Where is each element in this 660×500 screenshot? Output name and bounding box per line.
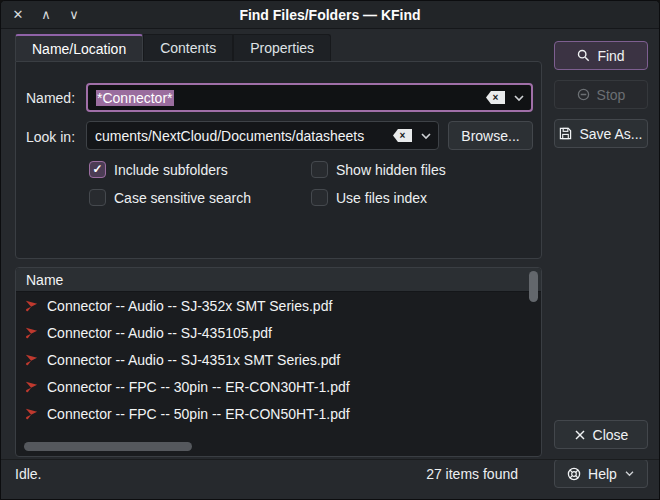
results-list: Name Connector -- Audio -- SJ-352x SMT S… [15, 267, 542, 457]
horizontal-scrollbar[interactable] [24, 442, 524, 451]
pdf-file-icon [24, 406, 39, 421]
window-close-icon[interactable]: ✕ [11, 1, 25, 29]
lookin-dropdown-chevron-icon[interactable] [420, 132, 432, 140]
result-row[interactable]: Connector -- Audio -- SJ-352x SMT Series… [16, 292, 541, 319]
result-filename: Connector -- Audio -- SJ-435105.pdf [47, 325, 272, 341]
checkbox-checked-icon: ✓ [89, 161, 106, 178]
find-button[interactable]: Find [554, 41, 648, 70]
result-row[interactable]: Connector -- Audio -- SJ-4351x SMT Serie… [16, 346, 541, 373]
checkbox-unchecked-icon [89, 189, 106, 206]
stop-icon [577, 88, 590, 101]
pdf-file-icon [24, 298, 39, 313]
named-input[interactable]: *Connector* × [86, 83, 533, 112]
lookin-input[interactable]: cuments/NextCloud/Documents/datasheets × [86, 121, 439, 150]
status-message: Idle. [15, 466, 41, 482]
named-label: Named: [26, 90, 75, 106]
horizontal-scrollbar-thumb[interactable] [24, 442, 192, 451]
tab-name-location[interactable]: Name/Location [15, 34, 143, 61]
vertical-scrollbar[interactable] [529, 271, 538, 431]
titlebar: ✕ ∧ ∨ Find Files/Folders — KFind [1, 1, 659, 29]
stop-button-label: Stop [597, 87, 626, 103]
result-filename: Connector -- Audio -- SJ-352x SMT Series… [47, 298, 332, 314]
result-row[interactable]: Connector -- FPC -- 50pin -- ER-CON50HT-… [16, 400, 541, 427]
lookin-input-value: cuments/NextCloud/Documents/datasheets [95, 128, 387, 144]
checkbox-label: Use files index [336, 190, 427, 206]
browse-button-label: Browse... [461, 128, 519, 144]
help-button-label: Help [588, 466, 617, 482]
items-found-count: 27 items found [426, 466, 518, 482]
named-dropdown-chevron-icon[interactable] [513, 94, 525, 102]
checkbox-label: Show hidden files [336, 162, 446, 178]
checkbox-show-hidden-files[interactable]: Show hidden files [311, 161, 446, 178]
window-title: Find Files/Folders — KFind [1, 7, 659, 23]
search-icon [577, 49, 590, 62]
pdf-file-icon [24, 379, 39, 394]
window-maximize-icon[interactable]: ∧ [39, 1, 53, 29]
checkbox-unchecked-icon [311, 189, 328, 206]
named-input-value: *Connector* [96, 90, 174, 106]
window-minimize-icon[interactable]: ∨ [67, 1, 81, 29]
checkbox-label: Case sensitive search [114, 190, 251, 206]
checkbox-include-subfolders[interactable]: ✓ Include subfolders [89, 161, 228, 178]
vertical-scrollbar-thumb[interactable] [529, 271, 538, 302]
save-as-button-label: Save As... [579, 126, 642, 142]
stop-button: Stop [554, 80, 648, 109]
close-button[interactable]: Close [554, 420, 648, 449]
clear-named-icon[interactable]: × [486, 91, 505, 104]
result-filename: Connector -- FPC -- 50pin -- ER-CON50HT-… [47, 406, 350, 422]
results-column-header[interactable]: Name [16, 268, 541, 292]
tab-bar: Name/Location Contents Properties [15, 34, 331, 61]
result-filename: Connector -- Audio -- SJ-4351x SMT Serie… [47, 352, 340, 368]
help-button[interactable]: Help [554, 459, 648, 488]
help-lifebuoy-icon [567, 467, 581, 481]
statusbar-divider [1, 459, 659, 460]
kfind-window: ✕ ∧ ∨ Find Files/Folders — KFind Name/Lo… [0, 0, 660, 500]
result-filename: Connector -- FPC -- 30pin -- ER-CON30HT-… [47, 379, 350, 395]
save-as-button[interactable]: Save As... [554, 119, 648, 148]
lookin-label: Look in: [26, 129, 75, 145]
tab-properties[interactable]: Properties [233, 34, 331, 61]
browse-button[interactable]: Browse... [448, 121, 533, 150]
checkbox-use-files-index[interactable]: Use files index [311, 189, 427, 206]
pdf-file-icon [24, 325, 39, 340]
save-icon [559, 127, 572, 140]
clear-lookin-icon[interactable]: × [393, 129, 412, 142]
result-row[interactable]: Connector -- FPC -- 30pin -- ER-CON30HT-… [16, 373, 541, 400]
tab-contents[interactable]: Contents [143, 34, 233, 61]
find-button-label: Find [597, 48, 624, 64]
close-icon [574, 429, 586, 441]
help-dropdown-chevron-icon [624, 470, 635, 477]
result-row[interactable]: Connector -- Audio -- SJ-435105.pdf [16, 319, 541, 346]
checkbox-unchecked-icon [311, 161, 328, 178]
checkbox-case-sensitive[interactable]: Case sensitive search [89, 189, 251, 206]
pdf-file-icon [24, 352, 39, 367]
checkbox-label: Include subfolders [114, 162, 228, 178]
close-button-label: Close [593, 427, 629, 443]
column-header-label: Name [26, 272, 63, 288]
